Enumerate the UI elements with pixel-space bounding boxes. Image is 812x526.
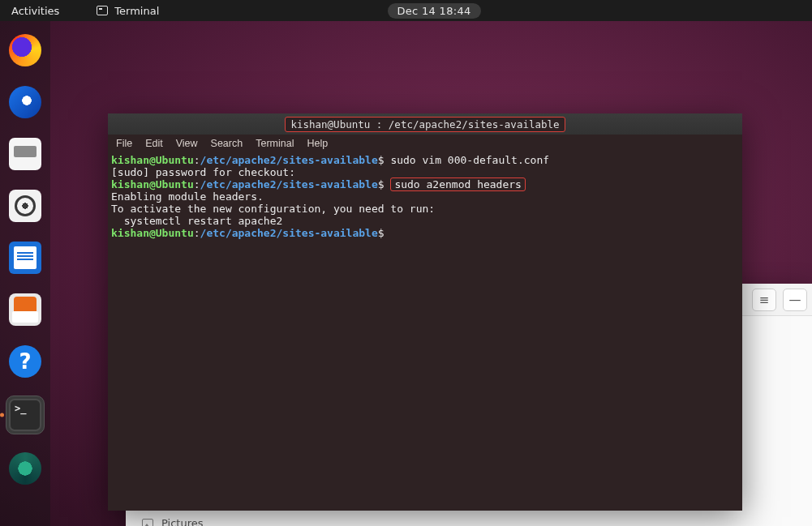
menu-search[interactable]: Search <box>211 138 243 149</box>
dock-rhythmbox[interactable] <box>7 188 43 224</box>
terminal-icon <box>9 399 41 431</box>
pictures-icon <box>142 519 153 527</box>
dock-help[interactable]: ? <box>7 344 43 379</box>
prompt-sigil-3: $ <box>378 227 385 239</box>
prompt-sigil-2: $ <box>378 178 385 190</box>
output-line-activate: To activate the new configuration, you n… <box>111 203 435 215</box>
help-icon: ? <box>9 345 41 378</box>
dock-software[interactable] <box>7 292 43 327</box>
dock-camera[interactable] <box>7 451 43 486</box>
minimize-button[interactable]: — <box>783 289 807 311</box>
terminal-menubar: File Edit View Search Terminal Help <box>108 135 742 152</box>
output-line-systemctl: systemctl restart apache2 <box>111 215 282 227</box>
terminal-small-icon <box>97 6 108 15</box>
hamburger-menu-button[interactable]: ≡ <box>752 289 776 311</box>
dock-firefox[interactable] <box>7 32 43 68</box>
prompt-sep-2: : <box>194 178 200 190</box>
prompt-user-3: kishan@Ubuntu <box>111 227 194 239</box>
dock-writer[interactable] <box>7 240 43 276</box>
menu-file[interactable]: File <box>116 138 132 149</box>
active-app-label: Terminal <box>114 5 159 17</box>
title-user-host: kishan@Ubuntu : <box>290 118 382 130</box>
cmd-line-1: sudo vim 000-default.conf <box>385 154 550 166</box>
writer-icon <box>9 242 41 274</box>
prompt-user: kishan@Ubuntu <box>111 154 194 166</box>
prompt-path-3: /etc/apache2/sites-available <box>200 227 378 239</box>
camera-icon <box>9 452 41 485</box>
menu-edit[interactable]: Edit <box>145 138 163 149</box>
active-app-indicator[interactable]: Terminal <box>97 5 159 17</box>
title-highlight-box: kishan@Ubuntu : /etc/apache2/sites-avail… <box>285 117 565 132</box>
dock-thunderbird[interactable] <box>7 84 43 120</box>
clock[interactable]: Dec 14 18:44 <box>387 3 480 19</box>
file-manager-sidebar-item[interactable]: Pictures <box>142 517 203 526</box>
sidebar-item-label: Pictures <box>161 517 203 526</box>
dock: ? <box>0 21 50 526</box>
prompt-path-2: /etc/apache2/sites-available <box>200 178 378 190</box>
menu-view[interactable]: View <box>176 138 198 149</box>
dock-terminal[interactable] <box>6 396 45 434</box>
software-icon <box>9 293 41 326</box>
terminal-titlebar[interactable]: kishan@Ubuntu : /etc/apache2/sites-avail… <box>108 113 742 135</box>
firefox-icon <box>9 34 41 66</box>
terminal-window[interactable]: kishan@Ubuntu : /etc/apache2/sites-avail… <box>108 113 742 511</box>
files-icon <box>9 138 41 170</box>
top-panel: Activities Terminal Dec 14 18:44 <box>0 0 812 21</box>
activities-button[interactable]: Activities <box>11 5 59 17</box>
output-line-sudo-pw: [sudo] password for checkout: <box>111 166 295 178</box>
prompt-user-2: kishan@Ubuntu <box>111 178 194 190</box>
thunderbird-icon <box>9 86 41 118</box>
prompt-sep: : <box>194 154 200 166</box>
prompt-path: /etc/apache2/sites-available <box>200 154 378 166</box>
menu-help[interactable]: Help <box>307 138 328 149</box>
prompt-sep-3: : <box>194 227 200 239</box>
cmd-line-2-highlight: sudo a2enmod headers <box>390 177 526 191</box>
prompt-sigil: $ <box>378 154 385 166</box>
output-line-enabling: Enabling module headers. <box>111 190 264 203</box>
menu-terminal[interactable]: Terminal <box>256 138 294 149</box>
terminal-body[interactable]: kishan@Ubuntu:/etc/apache2/sites-availab… <box>108 152 742 511</box>
dock-files[interactable] <box>7 136 43 172</box>
title-path: /etc/apache2/sites-available <box>389 118 560 130</box>
rhythmbox-icon <box>9 190 41 222</box>
